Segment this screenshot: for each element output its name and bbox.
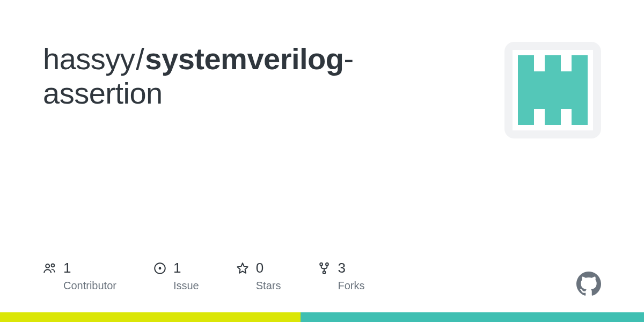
people-icon [43,261,57,275]
repo-title: hassyy/systemverilog-assertion [43,42,462,111]
stat-stars[interactable]: 0 Stars [236,260,281,292]
svg-point-12 [320,263,323,266]
language-segment [301,312,644,322]
svg-rect-3 [534,71,572,109]
svg-point-11 [159,267,162,269]
svg-rect-1 [518,55,534,109]
star-icon [236,261,250,275]
svg-rect-2 [572,55,588,109]
github-icon [576,272,601,296]
svg-rect-7 [572,109,588,125]
repo-name-bold[interactable]: systemverilog [145,42,343,76]
stat-label: Contributor [63,280,116,292]
stat-value: 0 [256,260,264,276]
stat-value: 3 [338,260,345,276]
issue-icon [153,261,167,275]
svg-point-13 [326,263,328,266]
language-segment [0,312,301,322]
stat-value: 1 [173,260,181,276]
repo-owner[interactable]: hassyy [43,42,135,76]
stat-forks[interactable]: 3 Forks [317,260,364,292]
stat-issues[interactable]: 1 Issue [153,260,199,292]
avatar-identicon [513,50,593,130]
svg-point-9 [52,264,55,267]
svg-point-14 [323,271,326,274]
avatar[interactable] [504,42,601,138]
stat-label: Stars [256,280,281,292]
svg-rect-5 [518,109,534,125]
stat-label: Issue [173,280,199,292]
svg-rect-4 [545,55,561,71]
stat-value: 1 [63,260,71,276]
fork-icon [317,261,331,275]
repo-slash: / [136,42,144,76]
language-bar [0,312,644,322]
svg-rect-6 [545,109,561,125]
svg-point-8 [46,264,49,268]
github-logo[interactable] [576,272,601,296]
stat-label: Forks [338,280,364,292]
stat-contributors[interactable]: 1 Contributor [43,260,116,292]
stats-row: 1 Contributor 1 Issue 0 Stars [43,260,364,292]
